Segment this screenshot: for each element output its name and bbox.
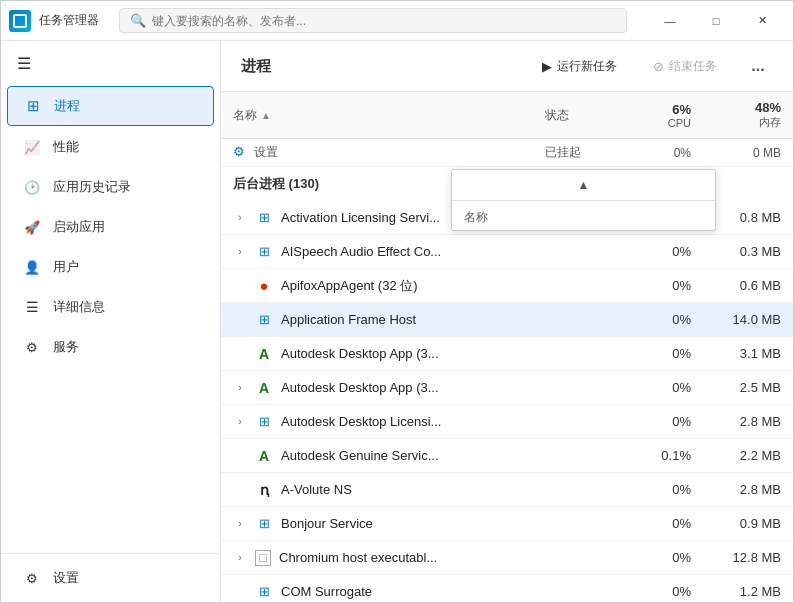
process-status	[533, 416, 623, 428]
process-name-cell: › ⊞ AISpeech Audio Effect Co...	[221, 237, 533, 267]
process-memory: 1.2 MB	[703, 578, 793, 602]
app-icon-inner	[13, 14, 27, 28]
partial-status-cell: 已挂起	[533, 140, 623, 165]
table-row[interactable]: › ⊞ Application Frame Host 0% 14.0 MB	[221, 303, 793, 337]
process-icon: ⊞	[255, 311, 273, 329]
expand-icon[interactable]: ›	[233, 211, 247, 225]
process-status	[533, 552, 623, 564]
partial-name-cell: ⚙ 设置	[221, 140, 533, 165]
search-bar[interactable]: 🔍	[119, 8, 627, 33]
dropdown-name-label: 名称	[452, 201, 715, 230]
title-bar-left: 任务管理器	[9, 10, 99, 32]
process-status	[533, 246, 623, 258]
partial-settings-row[interactable]: ⚙ 设置 已挂起 0% 0 MB	[221, 139, 793, 167]
services-icon: ⚙	[23, 338, 41, 356]
more-options-button[interactable]: ...	[743, 51, 773, 81]
maximize-button[interactable]: □	[693, 5, 739, 37]
process-memory: 12.8 MB	[703, 544, 793, 571]
process-status	[533, 382, 623, 394]
cpu-percent: 6%	[668, 102, 691, 117]
process-memory: 3.1 MB	[703, 340, 793, 367]
sidebar-item-details[interactable]: ☰ 详细信息	[7, 288, 214, 326]
col-header-name[interactable]: 名称 ▲	[221, 92, 533, 138]
app-icon	[9, 10, 31, 32]
process-name: AISpeech Audio Effect Co...	[281, 244, 441, 259]
sidebar-item-app-history[interactable]: 🕑 应用历史记录	[7, 168, 214, 206]
process-name: Autodesk Desktop Licensi...	[281, 414, 441, 429]
table-row[interactable]: › ⊞ Bonjour Service 0% 0.9 MB	[221, 507, 793, 541]
sidebar-item-services-label: 服务	[53, 338, 79, 356]
main-window: 任务管理器 🔍 — □ ✕ ☰ ⊞ 进程 📈 性能 🕑 应用历	[0, 0, 794, 603]
process-cpu: 0%	[623, 510, 703, 537]
col-cpu-label: CPU	[668, 117, 691, 129]
process-icon: ⊞	[255, 243, 273, 261]
search-input[interactable]	[152, 14, 616, 28]
dropdown-sort-indicator: ▲	[452, 170, 715, 201]
expand-icon[interactable]: ›	[233, 517, 247, 531]
col-header-cpu[interactable]: 6% CPU	[623, 92, 703, 138]
process-name: Bonjour Service	[281, 516, 373, 531]
col-header-status[interactable]: 状态	[533, 92, 623, 138]
process-icon: □	[255, 550, 271, 566]
process-memory: 2.5 MB	[703, 374, 793, 401]
process-name: A-Volute NS	[281, 482, 352, 497]
col-memory-label: 内存	[755, 115, 781, 130]
expand-icon[interactable]: ›	[233, 551, 247, 565]
sidebar-item-settings[interactable]: ⚙ 设置	[7, 559, 214, 597]
column-dropdown: ▲ 名称	[451, 169, 716, 231]
run-task-button[interactable]: ▶ 运行新任务	[532, 53, 627, 80]
process-name: ApifoxAppAgent (32 位)	[281, 277, 418, 295]
process-status	[533, 314, 623, 326]
process-name-cell: › ● ApifoxAppAgent (32 位)	[221, 271, 533, 301]
process-icon: ꞑ	[255, 481, 273, 499]
section-label: 后台进程 (130)	[233, 176, 319, 191]
sidebar-item-services[interactable]: ⚙ 服务	[7, 328, 214, 366]
process-memory: 2.8 MB	[703, 476, 793, 503]
expand-icon[interactable]: ›	[233, 415, 247, 429]
sidebar-item-startup[interactable]: 🚀 启动应用	[7, 208, 214, 246]
search-icon: 🔍	[130, 13, 146, 28]
sort-up-icon: ▲	[578, 178, 590, 192]
memory-percent: 48%	[755, 100, 781, 115]
process-name-cell: › □ Chromium host executabl...	[221, 544, 533, 572]
process-status	[533, 348, 623, 360]
table-row[interactable]: › □ Chromium host executabl... 0% 12.8 M…	[221, 541, 793, 575]
window-controls: — □ ✕	[647, 5, 785, 37]
hamburger-button[interactable]: ☰	[1, 41, 220, 85]
process-status	[533, 586, 623, 598]
minimize-button[interactable]: —	[647, 5, 693, 37]
table-row[interactable]: › ꞑ A-Volute NS 0% 2.8 MB	[221, 473, 793, 507]
process-memory: 0.9 MB	[703, 510, 793, 537]
process-cpu: 0%	[623, 408, 703, 435]
app-history-icon: 🕑	[23, 178, 41, 196]
table-row[interactable]: › ⊞ COM Surrogate 0% 1.2 MB	[221, 575, 793, 602]
col-status-label: 状态	[545, 107, 569, 124]
expand-icon[interactable]: ›	[233, 245, 247, 259]
users-icon: 👤	[23, 258, 41, 276]
process-name-cell: › A Autodesk Desktop App (3...	[221, 373, 533, 403]
col-header-memory[interactable]: 48% 内存	[703, 92, 793, 138]
table-row[interactable]: › ⊞ AISpeech Audio Effect Co... 0% 0.3 M…	[221, 235, 793, 269]
sidebar-bottom: ⚙ 设置	[1, 553, 220, 602]
details-icon: ☰	[23, 298, 41, 316]
table-row[interactable]: › A Autodesk Desktop App (3... 0% 2.5 MB	[221, 371, 793, 405]
expand-icon[interactable]: ›	[233, 381, 247, 395]
end-task-icon: ⊘	[653, 59, 664, 74]
window-title: 任务管理器	[39, 12, 99, 29]
sidebar-item-users[interactable]: 👤 用户	[7, 248, 214, 286]
table-row[interactable]: › ⊞ Autodesk Desktop Licensi... 0% 2.8 M…	[221, 405, 793, 439]
process-icon: ⊞	[255, 515, 273, 533]
sidebar-item-performance[interactable]: 📈 性能	[7, 128, 214, 166]
title-bar: 任务管理器 🔍 — □ ✕	[1, 1, 793, 41]
table-row[interactable]: › A Autodesk Genuine Servic... 0.1% 2.2 …	[221, 439, 793, 473]
close-button[interactable]: ✕	[739, 5, 785, 37]
table-row[interactable]: › ● ApifoxAppAgent (32 位) 0% 0.6 MB	[221, 269, 793, 303]
sidebar-item-processes[interactable]: ⊞ 进程	[7, 86, 214, 126]
table-row[interactable]: › A Autodesk Desktop App (3... 0% 3.1 MB	[221, 337, 793, 371]
processes-icon: ⊞	[24, 97, 42, 115]
content-area: 进程 ▶ 运行新任务 ⊘ 结束任务 ... 名称	[221, 41, 793, 602]
sidebar: ☰ ⊞ 进程 📈 性能 🕑 应用历史记录 🚀 启动应用 👤 用户	[1, 41, 221, 602]
end-task-button[interactable]: ⊘ 结束任务	[643, 53, 727, 80]
process-name: Application Frame Host	[281, 312, 416, 327]
partial-memory-cell: 0 MB	[703, 142, 793, 164]
